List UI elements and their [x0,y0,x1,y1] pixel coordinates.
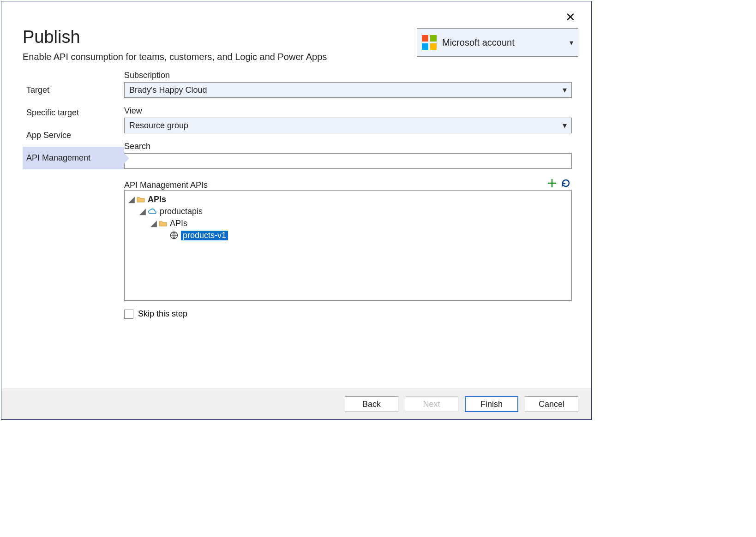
publish-dialog: ✕ Publish Enable API consumption for tea… [1,1,592,420]
expand-icon[interactable]: ◢ [150,218,156,228]
cancel-button[interactable]: Cancel [525,396,578,412]
subscription-label: Subscription [124,71,572,80]
refresh-icon [561,183,571,190]
tree-node-label: APIs [148,195,166,204]
sidebar-item-specific-target[interactable]: Specific target [23,101,124,124]
folder-icon [159,220,167,227]
skip-step-checkbox[interactable] [124,310,133,319]
folder-icon [137,196,145,203]
search-input[interactable] [124,153,572,169]
sidebar-item-api-management[interactable]: API Management [23,147,124,169]
chevron-down-icon: ▾ [570,38,573,47]
next-button: Next [405,396,458,412]
close-icon[interactable]: ✕ [563,11,578,24]
view-value: Resource group [129,121,188,131]
search-label: Search [124,142,572,151]
account-label: Microsoft account [442,37,564,48]
view-dropdown[interactable]: Resource group ▾ [124,118,572,133]
tree-node-label: APIs [170,219,187,228]
tree-node-label: productapis [160,207,203,216]
subscription-value: Brady's Happy Cloud [129,85,207,95]
dialog-footer: Back Next Finish Cancel [1,388,591,419]
finish-button[interactable]: Finish [465,396,518,412]
chevron-down-icon: ▾ [563,85,567,95]
tree-node-root[interactable]: ◢ APIs [128,193,568,205]
wizard-steps-sidebar: Target Specific target App Service API M… [23,71,124,388]
sidebar-item-target[interactable]: Target [23,79,124,101]
apis-section-label: API Management APIs [124,180,208,190]
skip-step-row: Skip this step [124,309,572,319]
skip-step-label: Skip this step [138,309,187,319]
back-button[interactable]: Back [345,396,398,412]
account-dropdown[interactable]: Microsoft account ▾ [417,28,578,57]
view-label: View [124,106,572,116]
expand-icon[interactable]: ◢ [139,206,145,216]
chevron-down-icon: ▾ [563,120,567,131]
tree-node-service[interactable]: ◢ productapis [128,205,568,217]
tree-node-label: products-v1 [181,231,228,240]
tree-node-api[interactable]: ◢ products-v1 [128,229,568,241]
sidebar-item-app-service[interactable]: App Service [23,124,124,147]
plus-icon [547,183,557,190]
apis-tree[interactable]: ◢ APIs ◢ productapis ◢ [124,190,572,301]
main-panel: Subscription Brady's Happy Cloud ▾ View … [124,71,572,388]
globe-icon [170,231,178,239]
tree-node-group[interactable]: ◢ APIs [128,217,568,229]
refresh-button[interactable] [560,178,572,190]
add-api-button[interactable] [546,178,558,190]
expand-icon[interactable]: ◢ [128,194,134,204]
cloud-icon [148,208,157,215]
subscription-dropdown[interactable]: Brady's Happy Cloud ▾ [124,82,572,98]
microsoft-logo-icon [422,35,437,50]
